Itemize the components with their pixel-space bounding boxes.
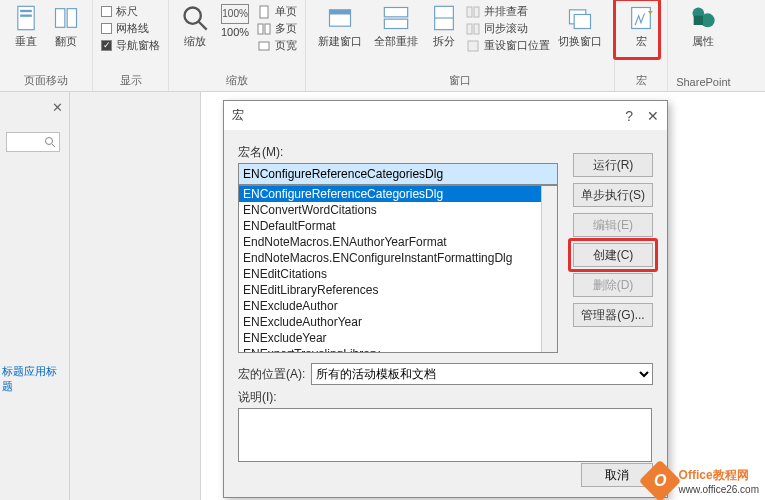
- scrollbar[interactable]: [541, 186, 557, 352]
- ribbon: 垂直 翻页 页面移动 标尺 网格线 ✓导航窗格 显示 缩放: [0, 0, 765, 92]
- description-box[interactable]: [238, 408, 652, 462]
- group-sharepoint-label: SharePoint: [676, 74, 730, 91]
- gridlines-checkbox[interactable]: 网格线: [101, 21, 160, 36]
- newwin-icon: [326, 4, 354, 32]
- run-button[interactable]: 运行(R): [573, 153, 653, 177]
- list-item[interactable]: ENExcludeAuthor: [239, 298, 557, 314]
- location-select[interactable]: 所有的活动模板和文档: [311, 363, 653, 385]
- svg-line-6: [199, 22, 207, 30]
- vertical-button[interactable]: 垂直: [8, 2, 44, 51]
- dialog-title: 宏: [232, 107, 244, 124]
- svg-rect-0: [18, 6, 34, 29]
- sharepoint-icon: [689, 4, 717, 32]
- list-item[interactable]: ENConfigureReferenceCategoriesDlg: [239, 186, 557, 202]
- logo-title: Office教程网: [679, 467, 759, 484]
- props-button[interactable]: 属性: [685, 2, 721, 51]
- checkbox-icon: ✓: [101, 40, 112, 51]
- svg-rect-21: [468, 41, 478, 51]
- resetpos-button: 重设窗口位置: [466, 38, 550, 53]
- location-label: 宏的位置(A):: [238, 366, 305, 383]
- group-pagemove-label: 页面移动: [24, 71, 68, 91]
- help-icon[interactable]: ?: [625, 108, 633, 124]
- page-icon: [257, 5, 271, 19]
- macro-dialog: 宏 ? ✕ 宏名(M): ENConfigureReferenceCategor…: [223, 100, 668, 498]
- svg-rect-17: [467, 7, 472, 17]
- newwin-button[interactable]: 新建窗口: [314, 2, 366, 51]
- nav-heading[interactable]: 标题应用标题: [0, 362, 69, 396]
- close-icon[interactable]: ✕: [647, 108, 659, 124]
- list-item[interactable]: ENExportTravelingLibrary: [239, 346, 557, 353]
- delete-button[interactable]: 删除(D): [573, 273, 653, 297]
- zoom-button[interactable]: 缩放: [177, 2, 213, 51]
- list-item[interactable]: EndNoteMacros.ENConfigureInstantFormatti…: [239, 250, 557, 266]
- switch-button[interactable]: 切换窗口: [554, 2, 606, 51]
- description-label: 说明(I):: [238, 389, 653, 406]
- list-item[interactable]: ENDefaultFormat: [239, 218, 557, 234]
- pagewidth-button[interactable]: 页宽: [257, 38, 297, 53]
- switch-label: 切换窗口: [558, 34, 602, 49]
- group-sharepoint: 属性 SharePoint: [668, 0, 738, 91]
- create-button[interactable]: 创建(C): [573, 243, 653, 267]
- svg-line-29: [52, 144, 55, 147]
- flip-button[interactable]: 翻页: [48, 2, 84, 51]
- svg-rect-3: [56, 9, 65, 28]
- close-icon[interactable]: ✕: [52, 100, 63, 115]
- macro-name-input[interactable]: [238, 163, 558, 185]
- arrange-icon: [382, 4, 410, 32]
- macro-icon: [627, 4, 655, 32]
- svg-point-28: [46, 138, 53, 145]
- zoom-icon: [181, 4, 209, 32]
- flip-label: 翻页: [55, 34, 77, 49]
- ruler-checkbox[interactable]: 标尺: [101, 4, 160, 19]
- list-item[interactable]: ENExcludeAuthorYear: [239, 314, 557, 330]
- group-show: 标尺 网格线 ✓导航窗格 显示: [93, 0, 169, 91]
- edit-button[interactable]: 编辑(E): [573, 213, 653, 237]
- vertical-label: 垂直: [15, 34, 37, 49]
- svg-rect-12: [330, 10, 351, 15]
- svg-rect-10: [259, 42, 269, 50]
- svg-rect-9: [265, 24, 270, 34]
- vertical-icon: [12, 4, 40, 32]
- svg-rect-2: [20, 15, 32, 17]
- dialog-side-buttons: 运行(R) 单步执行(S) 编辑(E) 创建(C) 删除(D) 管理器(G)..…: [573, 153, 653, 327]
- resetpos-icon: [466, 39, 480, 53]
- list-item[interactable]: EndNoteMacros.ENAuthorYearFormat: [239, 234, 557, 250]
- list-item[interactable]: ENEditCitations: [239, 266, 557, 282]
- watermark-logo: O Office教程网 www.office26.com: [645, 466, 759, 496]
- logo-url: www.office26.com: [679, 484, 759, 495]
- svg-rect-1: [20, 10, 32, 12]
- svg-rect-18: [474, 7, 479, 17]
- arrange-button[interactable]: 全部重排: [370, 2, 422, 51]
- dialog-titlebar: 宏 ? ✕: [224, 101, 667, 130]
- organizer-button[interactable]: 管理器(G)...: [573, 303, 653, 327]
- navpane-checkbox[interactable]: ✓导航窗格: [101, 38, 160, 53]
- hundred-label: 100%: [221, 26, 249, 38]
- svg-point-5: [185, 8, 201, 24]
- svg-rect-27: [694, 16, 703, 25]
- search-input[interactable]: [6, 132, 60, 152]
- group-macro: 宏 宏: [615, 0, 668, 91]
- svg-rect-24: [632, 8, 651, 29]
- hundred-button[interactable]: 100% 100%: [217, 2, 253, 40]
- svg-rect-14: [384, 19, 407, 28]
- macro-list[interactable]: ENConfigureReferenceCategoriesDlg ENConv…: [238, 185, 558, 353]
- list-item[interactable]: ENConvertWordCitations: [239, 202, 557, 218]
- list-item[interactable]: ENEditLibraryReferences: [239, 282, 557, 298]
- list-item[interactable]: ENExcludeYear: [239, 330, 557, 346]
- arrange-label: 全部重排: [374, 34, 418, 49]
- onepage-button[interactable]: 单页: [257, 4, 297, 19]
- flip-icon: [52, 4, 80, 32]
- zoom-label: 缩放: [184, 34, 206, 49]
- split-button[interactable]: 拆分: [426, 2, 462, 51]
- macro-button[interactable]: 宏: [623, 2, 659, 51]
- multipage-button[interactable]: 多页: [257, 21, 297, 36]
- switch-icon: [566, 4, 594, 32]
- svg-rect-20: [474, 24, 479, 34]
- step-button[interactable]: 单步执行(S): [573, 183, 653, 207]
- group-macro-label: 宏: [636, 71, 647, 91]
- svg-rect-23: [574, 15, 590, 29]
- group-zoom: 缩放 100% 100% 单页 多页 页宽 缩放: [169, 0, 306, 91]
- group-window: 新建窗口 全部重排 拆分 并排查看 同步滚动 重设窗口位置 切换窗口 窗口: [306, 0, 615, 91]
- svg-rect-4: [67, 9, 76, 28]
- svg-rect-13: [384, 8, 407, 17]
